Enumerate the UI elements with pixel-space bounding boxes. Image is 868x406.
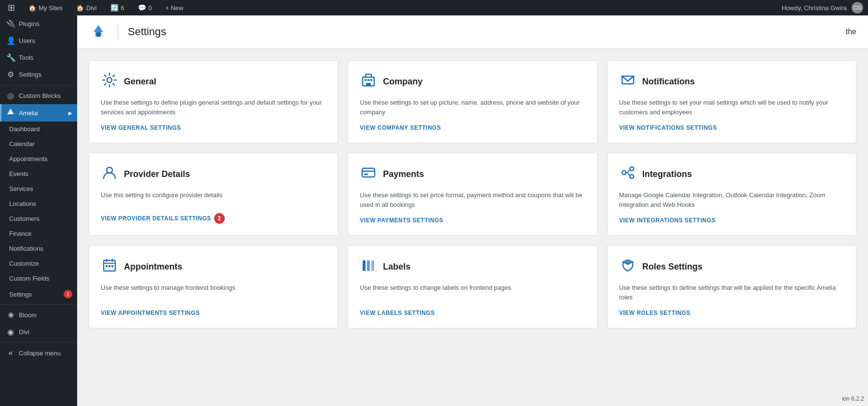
appointments-icon bbox=[101, 257, 118, 276]
provider-desc: Use this setting to configure provider d… bbox=[101, 190, 326, 205]
sidebar-item-bloom[interactable]: ❀ Bloom bbox=[0, 307, 77, 324]
my-sites-icon: 🏠 bbox=[28, 4, 36, 12]
sidebar-label-events: Events bbox=[9, 170, 28, 177]
amelia-logo bbox=[89, 22, 108, 41]
labels-desc: Use these settings to change labels on f… bbox=[360, 283, 585, 302]
adminbar-right: Howdy, Christina Gwira CG bbox=[782, 2, 863, 14]
sidebar-label-appointments: Appointments bbox=[9, 155, 48, 162]
svg-rect-23 bbox=[367, 260, 370, 271]
sidebar-item-notifications[interactable]: Notifications bbox=[0, 241, 77, 256]
card-appointments: Appointments Use these settings to manag… bbox=[89, 245, 338, 328]
notifications-title: Notifications bbox=[642, 77, 695, 87]
roles-link-label: VIEW ROLES SETTINGS bbox=[619, 310, 691, 316]
sidebar-item-customers[interactable]: Customers bbox=[0, 211, 77, 226]
sidebar-label-customers: Customers bbox=[9, 215, 40, 222]
sidebar-item-tools[interactable]: 🔧 Tools bbox=[0, 49, 77, 66]
svg-rect-20 bbox=[108, 265, 110, 267]
sidebar-item-calendar[interactable]: Calendar bbox=[0, 136, 77, 151]
svg-rect-22 bbox=[363, 260, 366, 271]
sidebar-item-locations[interactable]: Locations bbox=[0, 196, 77, 211]
sidebar-label-users: Users bbox=[19, 37, 35, 44]
provider-icon bbox=[101, 165, 118, 184]
sidebar-item-amelia[interactable]: Amelia ▶ bbox=[0, 104, 77, 122]
notifications-link[interactable]: VIEW NOTIFICATIONS SETTINGS bbox=[619, 124, 844, 131]
card-notifications-header: Notifications bbox=[619, 72, 844, 91]
updates-menu[interactable]: 🔄 6 bbox=[108, 0, 127, 15]
sidebar-item-settings[interactable]: Settings 1 bbox=[0, 286, 77, 302]
sidebar-label-customize: Customize bbox=[9, 260, 39, 267]
sidebar-label-plugins: Plugins bbox=[19, 20, 40, 27]
sidebar-item-custom-fields[interactable]: Custom Fields bbox=[0, 271, 77, 286]
page-header: Settings the bbox=[77, 15, 868, 49]
roles-desc: Use these settings to define settings th… bbox=[619, 283, 844, 302]
notifications-icon bbox=[619, 72, 637, 91]
sidebar-item-settings-wp[interactable]: ⚙ Settings bbox=[0, 66, 77, 83]
payments-link[interactable]: VIEW PAYMENTS SETTINGS bbox=[360, 217, 585, 224]
sidebar-item-plugins[interactable]: 🔌 Plugins bbox=[0, 15, 77, 32]
appointments-title: Appointments bbox=[124, 262, 182, 272]
card-general-header: General bbox=[101, 72, 326, 91]
company-title: Company bbox=[383, 77, 422, 87]
divi-menu[interactable]: 🏠 Divi bbox=[73, 0, 100, 15]
amelia-icon bbox=[6, 108, 15, 118]
sidebar-label-settings: Settings bbox=[9, 291, 32, 298]
svg-rect-5 bbox=[96, 33, 100, 37]
sidebar-label-divi: Divi bbox=[19, 328, 29, 336]
appointments-link[interactable]: VIEW APPOINTMENTS SETTINGS bbox=[101, 310, 326, 316]
new-menu[interactable]: + New bbox=[163, 0, 186, 15]
notifications-desc: Use these settings to set your mail sett… bbox=[619, 98, 844, 117]
card-labels-header: Labels bbox=[360, 257, 585, 276]
my-sites-menu[interactable]: 🏠 My Sites bbox=[26, 0, 66, 15]
wp-logo[interactable]: ⊞ bbox=[5, 0, 18, 15]
card-company-header: Company bbox=[360, 72, 585, 91]
payments-icon bbox=[360, 165, 377, 184]
comments-menu[interactable]: 💬 0 bbox=[135, 0, 155, 15]
updates-icon: 🔄 bbox=[110, 4, 119, 12]
sidebar-item-finance[interactable]: Finance bbox=[0, 226, 77, 241]
sidebar-item-customize[interactable]: Customize bbox=[0, 256, 77, 271]
sidebar-item-custom-blocks[interactable]: ◎ Custom Blocks bbox=[0, 87, 77, 104]
header-divider bbox=[118, 23, 118, 41]
sidebar-item-dashboard[interactable]: Dashboard bbox=[0, 122, 77, 136]
company-link[interactable]: VIEW COMPANY SETTINGS bbox=[360, 124, 585, 131]
notifications-link-label: VIEW NOTIFICATIONS SETTINGS bbox=[619, 124, 717, 131]
svg-rect-10 bbox=[370, 79, 372, 81]
sidebar-label-dashboard: Dashboard bbox=[9, 125, 40, 133]
general-link[interactable]: VIEW GENERAL SETTINGS bbox=[101, 124, 326, 131]
svg-rect-14 bbox=[364, 174, 368, 175]
card-appointments-header: Appointments bbox=[101, 257, 326, 276]
collapse-icon: « bbox=[6, 349, 15, 357]
howdy-text: Howdy, Christina Gwira bbox=[782, 4, 847, 12]
provider-badge: 2 bbox=[214, 213, 225, 224]
sidebar-label-custom-fields: Custom Fields bbox=[9, 275, 49, 282]
roles-link[interactable]: VIEW ROLES SETTINGS bbox=[619, 310, 844, 316]
card-general: General Use these settings to define plu… bbox=[89, 60, 338, 143]
company-desc: Use these settings to set up picture, na… bbox=[360, 98, 585, 117]
svg-point-16 bbox=[630, 167, 634, 171]
provider-link[interactable]: VIEW PROVIDER DETAILS SETTINGS 2 bbox=[101, 213, 326, 224]
amelia-arrow-icon: ▶ bbox=[68, 110, 72, 116]
sidebar-item-services[interactable]: Services bbox=[0, 181, 77, 196]
sidebar-item-users[interactable]: 👤 Users bbox=[0, 32, 77, 49]
integrations-icon bbox=[619, 165, 637, 184]
page-title: Settings bbox=[128, 26, 166, 38]
settings-wp-icon: ⚙ bbox=[6, 70, 15, 79]
general-icon bbox=[101, 72, 118, 91]
sidebar-label-settings-wp: Settings bbox=[19, 71, 41, 78]
payments-title: Payments bbox=[383, 169, 424, 179]
labels-link-label: VIEW LABELS SETTINGS bbox=[360, 310, 434, 316]
sidebar-item-divi[interactable]: ◉ Divi bbox=[0, 324, 77, 340]
svg-rect-21 bbox=[111, 265, 113, 267]
sidebar-item-events[interactable]: Events bbox=[0, 166, 77, 181]
sidebar-label-locations: Locations bbox=[9, 200, 36, 207]
labels-link[interactable]: VIEW LABELS SETTINGS bbox=[360, 310, 585, 316]
integrations-link[interactable]: VIEW INTEGRATIONS SETTINGS bbox=[619, 217, 844, 224]
card-integrations: Integrations Manage Google Calendar Inte… bbox=[607, 153, 856, 236]
avatar[interactable]: CG bbox=[852, 2, 863, 14]
card-integrations-header: Integrations bbox=[619, 165, 844, 184]
sidebar-item-appointments[interactable]: Appointments bbox=[0, 151, 77, 166]
header-the-text: the bbox=[846, 27, 856, 36]
wp-icon: ⊞ bbox=[8, 2, 15, 13]
sidebar-item-collapse[interactable]: « Collapse menu bbox=[0, 345, 77, 361]
svg-marker-0 bbox=[7, 108, 14, 114]
